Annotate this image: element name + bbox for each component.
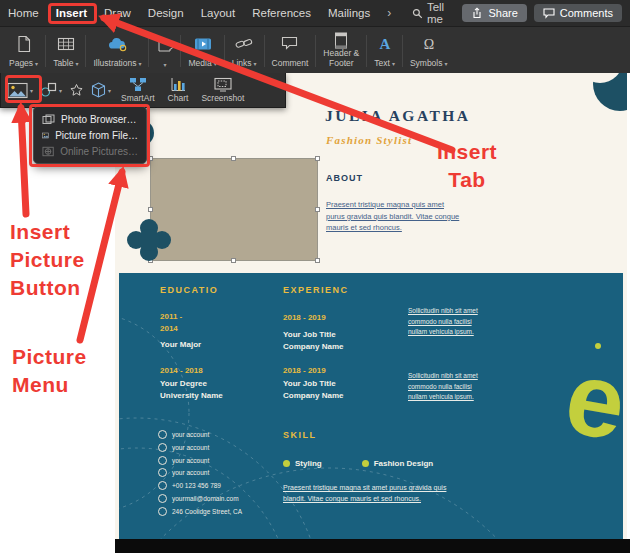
document-bottom-bar	[115, 539, 630, 553]
chart-label: Chart	[168, 93, 189, 103]
selection-handle[interactable]	[148, 207, 153, 212]
header-footer-label-2: Footer	[329, 59, 354, 69]
ribbon-illustrations-button[interactable]: Illustrations▾	[86, 29, 148, 73]
contact-row: 246 Coolidge Street, CA	[158, 507, 242, 516]
comment-label: Comment	[272, 59, 309, 69]
share-button[interactable]: Share	[462, 4, 526, 22]
ribbon-addins-button[interactable]: ▾	[149, 29, 180, 73]
selection-handle[interactable]	[315, 156, 320, 161]
flower-decoration	[125, 219, 173, 265]
tab-draw[interactable]: Draw	[104, 7, 131, 19]
exp-years: 2018 - 2019	[283, 365, 326, 377]
svg-text:A: A	[379, 36, 390, 52]
chevron-down-icon: ▾	[35, 61, 38, 68]
search-icon	[412, 8, 423, 19]
comments-label: Comments	[560, 7, 613, 19]
facebook-icon	[158, 443, 167, 452]
ribbon-symbols-button[interactable]: Ω Symbols▾	[403, 29, 455, 73]
tab-overflow-chevron-icon[interactable]: ›	[387, 6, 391, 20]
insert-chart-button[interactable]: Chart	[165, 77, 192, 103]
pages-icon	[16, 32, 32, 55]
comments-button[interactable]: Comments	[534, 4, 622, 22]
education-heading: EDUCATIO	[160, 285, 218, 295]
edu-years: 2014	[160, 323, 182, 335]
edu-university: University Name	[160, 390, 223, 402]
insert-tab-callout: Insert Tab	[425, 138, 509, 194]
tab-mailings[interactable]: Mailings	[328, 7, 370, 19]
insert-screenshot-button[interactable]: Screenshot	[198, 77, 247, 103]
chevron-down-icon: ▾	[75, 61, 78, 68]
resume-name: JULIA AGATHA	[325, 107, 471, 125]
chevron-down-icon: ▾	[392, 61, 395, 68]
resume-teal-section: EDUCATIO 2011 - 2014 Your Major 2014 - 2…	[119, 273, 623, 539]
smartart-label: SmartArt	[121, 93, 155, 103]
svg-text:Ω: Ω	[423, 37, 433, 52]
insert-smartart-button[interactable]: SmartArt	[118, 77, 158, 103]
selection-handle[interactable]	[231, 258, 236, 263]
chart-icon	[170, 77, 186, 92]
addins-puzzle-icon	[156, 32, 173, 55]
text-label: Text	[374, 59, 390, 69]
header-footer-icon	[334, 32, 348, 49]
edu-years: 2014 - 2018	[160, 365, 203, 377]
illustrations-flyout-panel: ▾ ▾ ▾ SmartArt Chart Screenshot	[0, 73, 286, 108]
insert-icons-button[interactable]	[69, 83, 84, 98]
note-line: commodo nulla facilisi	[408, 382, 478, 393]
twitter-icon	[158, 456, 167, 465]
selected-image-placeholder[interactable]	[150, 158, 318, 261]
selection-handle[interactable]	[231, 156, 236, 161]
star-icon	[69, 83, 84, 98]
note-line: Sollicitudin nibh sit amet	[408, 306, 478, 317]
text-icon: A	[377, 32, 393, 55]
selection-handle[interactable]	[315, 258, 320, 263]
symbols-omega-icon: Ω	[421, 32, 437, 55]
email-icon	[158, 494, 167, 503]
table-icon	[57, 32, 75, 55]
phone-icon	[158, 481, 167, 490]
website-icon	[158, 468, 167, 477]
insert-tab-highlight-box	[48, 3, 97, 24]
edu-major: Your Major	[160, 339, 201, 351]
share-icon	[471, 7, 483, 19]
bullet-dot-icon	[362, 460, 369, 467]
ribbon-media-button[interactable]: Media▾	[181, 29, 223, 73]
tell-me[interactable]: Tell me	[412, 1, 462, 25]
about-text: Praesent tristique magna quis amet purus…	[326, 199, 460, 234]
illustrations-icon	[107, 32, 128, 55]
exp-job-title: Your Job Title	[283, 378, 343, 390]
links-label: Links	[232, 59, 252, 69]
location-icon	[158, 507, 167, 516]
note-line: nullam vehicula ipsum.	[408, 327, 478, 338]
chevron-down-icon: ▾	[108, 87, 111, 94]
chevron-down-icon: ▾	[444, 61, 447, 68]
tab-references[interactable]: References	[252, 7, 311, 19]
titlebar-actions: Share Comments	[462, 4, 622, 22]
ribbon-header-footer-button[interactable]: Header &Footer	[316, 29, 366, 73]
ribbon-text-button[interactable]: A Text▾	[367, 29, 402, 73]
picture-menu-highlight-box	[29, 104, 150, 167]
exp-job-title: Your Job Title	[283, 329, 343, 341]
about-heading: ABOUT	[326, 173, 363, 183]
instagram-icon	[158, 430, 167, 439]
skill-text: Praesent tristique magna sit amet purus …	[283, 482, 463, 504]
contact-row: +00 123 456 789	[158, 481, 242, 490]
tab-layout[interactable]: Layout	[201, 7, 236, 19]
exp-company: Company Name	[283, 341, 343, 353]
illustrations-label: Illustrations	[93, 59, 136, 69]
ribbon-table-button[interactable]: Table▾	[46, 29, 85, 73]
ribbon-links-button[interactable]: Links▾	[225, 29, 264, 73]
tab-home[interactable]: Home	[8, 7, 39, 19]
tab-design[interactable]: Design	[148, 7, 184, 19]
ribbon-comment-button[interactable]: Comment	[265, 29, 316, 73]
document-page[interactable]: JULIA AGATHA Fashion Stylist ABOUT Praes…	[115, 73, 627, 539]
ribbon-pages-button[interactable]: Pages▾	[2, 29, 45, 73]
insert-3d-models-button[interactable]: ▾	[91, 82, 111, 98]
contact-text: your account	[172, 469, 209, 476]
bullet-dot-icon	[283, 460, 290, 467]
insert-shapes-button[interactable]: ▾	[40, 82, 62, 98]
comment-icon	[281, 32, 298, 55]
arrow-to-picture-button	[21, 108, 26, 214]
table-label: Table	[53, 59, 73, 69]
resume-role: Fashion Stylist	[326, 134, 412, 146]
selection-handle[interactable]	[315, 207, 320, 212]
